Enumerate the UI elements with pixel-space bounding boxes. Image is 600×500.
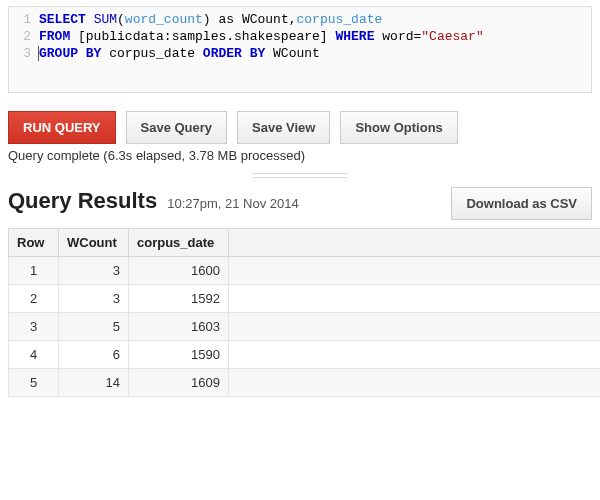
download-csv-button[interactable]: Download as CSV xyxy=(451,187,592,220)
table-row: 1 3 1600 xyxy=(9,257,601,285)
results-timestamp: 10:27pm, 21 Nov 2014 xyxy=(167,196,299,211)
col-row: Row xyxy=(9,229,59,257)
results-table: Row WCount corpus_date 1 3 1600 2 3 1592… xyxy=(8,228,600,397)
cell-rownum: 5 xyxy=(9,369,59,397)
cell-wcount: 3 xyxy=(59,285,129,313)
results-header: Query Results 10:27pm, 21 Nov 2014 Downl… xyxy=(8,187,592,220)
code-line: SELECT SUM(word_count) as WCount,corpus_… xyxy=(39,11,591,28)
cell-corpus-date: 1600 xyxy=(129,257,229,285)
cell-corpus-date: 1590 xyxy=(129,341,229,369)
col-corpus-date: corpus_date xyxy=(129,229,229,257)
results-title: Query Results xyxy=(8,188,157,214)
line-number: 2 xyxy=(9,28,39,45)
table-row: 5 14 1609 xyxy=(9,369,601,397)
sql-editor[interactable]: 1 SELECT SUM(word_count) as WCount,corpu… xyxy=(8,6,592,93)
cell-wcount: 14 xyxy=(59,369,129,397)
show-options-button[interactable]: Show Options xyxy=(340,111,457,144)
save-view-button[interactable]: Save View xyxy=(237,111,330,144)
query-status: Query complete (6.3s elapsed, 3.78 MB pr… xyxy=(8,148,592,163)
save-query-button[interactable]: Save Query xyxy=(126,111,228,144)
run-query-button[interactable]: RUN QUERY xyxy=(8,111,116,144)
cell-corpus-date: 1609 xyxy=(129,369,229,397)
cell-wcount: 6 xyxy=(59,341,129,369)
cell-rownum: 2 xyxy=(9,285,59,313)
cell-rownum: 4 xyxy=(9,341,59,369)
query-toolbar: RUN QUERY Save Query Save View Show Opti… xyxy=(8,111,592,144)
cell-wcount: 3 xyxy=(59,257,129,285)
col-wcount: WCount xyxy=(59,229,129,257)
cell-rownum: 1 xyxy=(9,257,59,285)
line-number: 3 xyxy=(9,45,39,62)
code-line: GROUP BY corpus_date ORDER BY WCount xyxy=(39,45,591,62)
cell-filler xyxy=(229,285,601,313)
cell-filler xyxy=(229,341,601,369)
table-row: 3 5 1603 xyxy=(9,313,601,341)
line-number: 1 xyxy=(9,11,39,28)
cell-filler xyxy=(229,257,601,285)
col-filler xyxy=(229,229,601,257)
pane-divider[interactable] xyxy=(8,171,592,177)
table-row: 4 6 1590 xyxy=(9,341,601,369)
table-row: 2 3 1592 xyxy=(9,285,601,313)
code-line: FROM [publicdata:samples.shakespeare] WH… xyxy=(39,28,591,45)
cell-wcount: 5 xyxy=(59,313,129,341)
cell-corpus-date: 1603 xyxy=(129,313,229,341)
results-body: 1 3 1600 2 3 1592 3 5 1603 4 6 1590 5 14… xyxy=(9,257,601,397)
cell-filler xyxy=(229,313,601,341)
cell-rownum: 3 xyxy=(9,313,59,341)
cell-filler xyxy=(229,369,601,397)
cell-corpus-date: 1592 xyxy=(129,285,229,313)
